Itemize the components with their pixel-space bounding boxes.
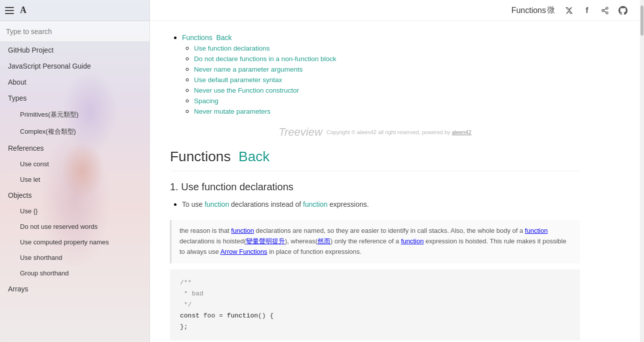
- svg-point-2: [606, 12, 608, 14]
- section-1-heading: 1. Use function declarations: [170, 181, 580, 193]
- toc-sublist-item: Never name a parameter arguments: [194, 65, 580, 74]
- note-hoisted-link[interactable]: 變量聲明提升: [246, 237, 285, 245]
- sidebar-item-about[interactable]: About: [0, 74, 150, 90]
- sidebar-item-group-shorthand[interactable]: Group shorthand: [0, 265, 150, 281]
- toc-list: Functions Back Use function declarations…: [170, 33, 580, 116]
- toc-sublist-item: Spacing: [194, 96, 580, 105]
- toc-link-functions[interactable]: Functions Back: [182, 34, 232, 42]
- treeview-author-link[interactable]: aleen42: [452, 129, 472, 135]
- font-icon[interactable]: A: [20, 5, 26, 16]
- note-block: the reason is that function declarations…: [170, 220, 580, 263]
- sidebar-item-github[interactable]: GitHub Project: [0, 42, 150, 58]
- toc-item-functions: Functions Back Use function declarations…: [182, 33, 580, 116]
- toc-sublist-link[interactable]: Do not declare functions in a non-functi…: [194, 55, 336, 63]
- sidebar-item-computed-props[interactable]: Use computed property names: [0, 234, 150, 250]
- page-content: Functions Back Use function declarations…: [150, 21, 600, 342]
- main-content: Functions 微 f Functions Back Use f: [150, 0, 640, 342]
- sidebar-item-objects[interactable]: Objects: [0, 187, 150, 203]
- page-title: Functions: [512, 6, 546, 15]
- sidebar-item-js-guide[interactable]: JavaScript Personal Guide: [0, 58, 150, 74]
- sidebar-item-use-let[interactable]: Use let: [0, 172, 150, 187]
- svg-point-0: [606, 7, 608, 9]
- treeview-copyright: Copyright © aleen42 all right reserved, …: [326, 129, 472, 135]
- scrollbar-thumb[interactable]: [640, 6, 644, 36]
- sidebar-item-arrays[interactable]: Arrays: [0, 281, 150, 297]
- functions-heading: Functions Back: [170, 149, 580, 171]
- share-icon[interactable]: [600, 6, 610, 16]
- function-link[interactable]: function: [204, 200, 229, 208]
- toc-sublist-link[interactable]: Spacing: [194, 97, 218, 105]
- twitter-icon[interactable]: [564, 6, 574, 16]
- sidebar-item-use-const[interactable]: Use const: [0, 156, 150, 172]
- topbar-icons: 微 f: [546, 6, 628, 16]
- svg-line-3: [604, 11, 606, 13]
- sidebar-header: A: [0, 0, 150, 21]
- back-link[interactable]: Back: [238, 149, 270, 164]
- toc-sublist: Use function declarationsDo not declare …: [182, 44, 580, 116]
- toc-sublist-item: Do not declare functions in a non-functi…: [194, 54, 580, 63]
- sidebar-item-types[interactable]: Types: [0, 90, 150, 106]
- toc-sublist-link[interactable]: Use default parameter syntax: [194, 76, 282, 84]
- toc-sublist-link[interactable]: Use function declarations: [194, 45, 270, 52]
- treeview-label: Treeview: [278, 126, 322, 139]
- toc-sublist-item: Never mutate parameters: [194, 107, 580, 116]
- note-whereas-link[interactable]: 然而: [318, 237, 330, 245]
- function-link-2[interactable]: function: [303, 200, 328, 208]
- sidebar-item-use-braces[interactable]: Use {}: [0, 203, 150, 219]
- sidebar: A GitHub ProjectJavaScript Personal Guid…: [0, 0, 150, 342]
- bullet-item: To use function declarations instead of …: [182, 199, 580, 210]
- note-fn-decl-link[interactable]: function: [525, 227, 548, 234]
- sidebar-item-no-reserved[interactable]: Do not use reserved words: [0, 219, 150, 234]
- topbar: Functions 微 f: [150, 0, 640, 21]
- search-input[interactable]: [0, 21, 150, 42]
- sidebar-item-shorthand[interactable]: Use shorthand: [0, 250, 150, 265]
- treeview-banner: Treeview Copyright © aleen42 all right r…: [170, 126, 580, 139]
- section-1-bullets: To use function declarations instead of …: [170, 199, 580, 210]
- code-block-bad: /** * bad */ const foo = function() { };: [170, 269, 580, 340]
- sidebar-item-references[interactable]: References: [0, 140, 150, 156]
- github-icon[interactable]: [618, 6, 628, 16]
- note-fn-expr-link[interactable]: function: [401, 237, 424, 245]
- svg-point-1: [602, 10, 604, 12]
- hamburger-icon[interactable]: [5, 7, 14, 14]
- sidebar-nav: GitHub ProjectJavaScript Personal GuideA…: [0, 42, 150, 297]
- toc-sublist-item: Use default parameter syntax: [194, 75, 580, 84]
- svg-line-4: [604, 9, 606, 10]
- sidebar-item-primitives[interactable]: Primitives(基元類型): [0, 106, 150, 123]
- note-function-link[interactable]: function: [231, 227, 254, 234]
- facebook-icon[interactable]: f: [582, 6, 592, 16]
- scrollbar-track: [640, 0, 644, 342]
- note-text: the reason is that function declarations…: [180, 227, 566, 255]
- toc-sublist-link[interactable]: Never mutate parameters: [194, 108, 270, 115]
- sidebar-item-complex[interactable]: Complex(複合類型): [0, 123, 150, 140]
- weibo-icon[interactable]: 微: [546, 6, 556, 16]
- toc-sublist-link[interactable]: Never name a parameter arguments: [194, 66, 303, 73]
- bullet-text: To use function declarations instead of …: [182, 199, 580, 210]
- toc-sublist-item: Use function declarations: [194, 44, 580, 53]
- toc-sublist-link[interactable]: Never use the Function constructor: [194, 87, 299, 94]
- toc-sublist-item: Never use the Function constructor: [194, 86, 580, 95]
- arrow-functions-link[interactable]: Arrow Functions: [220, 248, 268, 255]
